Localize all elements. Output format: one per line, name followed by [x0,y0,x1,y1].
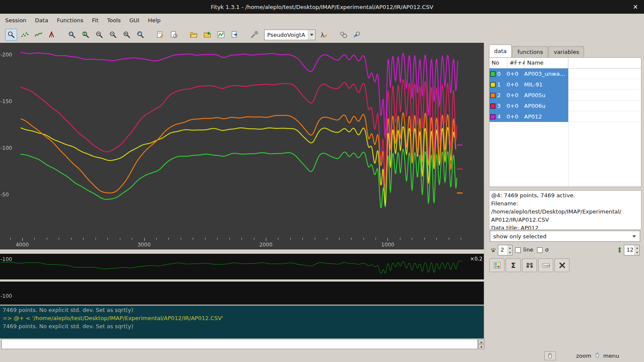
scroll-up-icon[interactable] [478,339,484,344]
fit-run-button[interactable] [337,29,349,41]
menu-gui[interactable]: GUI [125,15,143,26]
zoom-previous-button[interactable] [134,29,146,41]
define-function-button[interactable]: λ [318,29,330,41]
filter-dropdown-value: show only selected [490,233,632,240]
aux-plot-2[interactable] [0,282,484,305]
aux-plot-1[interactable] [0,254,484,279]
baseline-mode-button[interactable] [33,29,45,41]
peak-icon [48,31,56,39]
rename-button[interactable]: Inam [538,258,553,272]
mouse-icon [594,352,600,359]
dataset-info-line: Data title: AP012 [491,224,639,230]
data-range-mode-button[interactable] [19,29,31,41]
data-row-2[interactable]: 20+0AP005u [489,90,568,101]
dataset-info-line: AP012/IR/AP012.CSV [491,216,639,224]
mouse-config-button[interactable] [544,351,556,360]
data-row-3[interactable]: 30+0AP006u [489,101,568,111]
zoom-in-button[interactable] [121,29,133,41]
dataset-name: AP003_unwa... [524,71,568,77]
point-size-stepper[interactable]: 2 [498,245,513,255]
menubar: SessionDataFunctionsFitToolsGUIHelp [0,14,644,27]
svg-text:λ: λ [321,31,325,39]
menu-tools[interactable]: Tools [103,15,125,26]
data-row-4[interactable]: 40+0AP012 [489,111,568,122]
data-row-1[interactable]: 10+0MIL-91 [489,79,568,90]
magnifier-back-icon [137,31,144,39]
shift-updown-icon [616,246,623,255]
magnifier-dashed-icon [68,31,76,39]
menu-session[interactable]: Session [1,15,31,26]
stepper-up-icon[interactable] [508,245,512,250]
open-data-button[interactable] [201,29,213,41]
stepper-up-icon[interactable] [635,245,639,250]
copy-data-button[interactable] [489,258,504,272]
shift-value[interactable]: 12 [624,245,635,255]
main-plot[interactable] [0,43,484,249]
save-plot-button[interactable] [215,29,227,41]
chevron-down-icon[interactable] [308,30,315,40]
data-transform-button[interactable] [168,29,180,41]
add-peak-mode-button[interactable] [46,29,58,41]
export-button[interactable] [229,29,241,41]
point-size-icon [490,246,497,255]
sidebar-tabs: datafunctionsvariables [489,45,584,57]
point-size-value[interactable]: 2 [498,245,507,255]
dataset-number: 1 [497,81,507,88]
magnifier-plus-icon [123,31,131,39]
tab-variables[interactable]: variables [549,46,584,57]
zoom-all-button[interactable] [66,29,78,41]
aux-plot-1-canvas[interactable] [0,254,484,279]
column-header-f: #F+# [507,58,525,68]
console-line: 7469 points. No explicit std. dev. Set a… [3,306,481,314]
tab-data[interactable]: data [489,45,512,57]
dataset-color-swatch [490,71,495,77]
command-input[interactable] [1,339,478,349]
zoom-out-button[interactable] [93,29,105,41]
menu-data[interactable]: Data [31,15,53,26]
dataset-function-count: 0+0 [507,81,524,88]
magnifier-minus-icon [95,31,103,39]
scroll-down-icon[interactable] [478,344,484,349]
sum-button[interactable]: Σ [506,258,521,272]
menu-help[interactable]: Help [143,15,165,26]
binoculars-icon [526,261,534,269]
svg-text:Inam: Inam [543,264,549,267]
sigma-checkbox[interactable] [537,247,543,253]
function-type-combo[interactable]: PseudoVoigtA [264,30,316,40]
gears-icon [340,31,347,39]
dataset-table-header: No#F+#Name [489,58,641,68]
sheet-gear-icon [170,31,178,39]
filter-dropdown[interactable]: show only selected [490,231,640,242]
stepper-down-icon[interactable] [508,250,512,255]
menu-fit[interactable]: Fit [88,15,103,26]
menu-functions[interactable]: Functions [53,15,88,26]
zoom-shift-button[interactable] [107,29,119,41]
rename-icon: Inam [542,261,550,269]
stepper-down-icon[interactable] [635,250,639,255]
close-button[interactable]: × [631,3,640,11]
titlebar: Fityk 1.3.1 - /home/aleplo/test/Desktop/… [0,0,644,14]
line-checkbox[interactable] [515,247,521,253]
dataset-number: 0 [497,71,507,77]
data-properties-button[interactable] [154,29,166,41]
svg-text:Σ: Σ [511,261,516,269]
dataset-function-count: 0+0 [507,71,524,77]
open-session-button[interactable] [188,29,200,41]
simplify-model-button[interactable] [248,29,260,41]
find-button[interactable] [522,258,537,272]
tab-functions[interactable]: functions [512,46,548,57]
column-header-filler [568,58,641,68]
shift-stepper[interactable]: 12 [624,245,640,255]
dataset-color-swatch [490,82,495,87]
zoom-mode-button[interactable] [5,29,17,41]
chart-frame-icon [217,31,225,39]
zoom-vertical-button[interactable] [80,29,92,41]
fit-undo-button[interactable] [351,29,363,41]
dataset-function-count: 0+0 [507,92,524,98]
main-plot-canvas[interactable] [0,43,484,249]
data-row-0[interactable]: 00+0AP003_unwa... [489,68,568,79]
stepper-arrows [635,245,639,255]
aux-plot-2-canvas[interactable] [0,282,484,305]
dataset-color-swatch [490,104,495,109]
delete-button[interactable] [555,258,569,272]
